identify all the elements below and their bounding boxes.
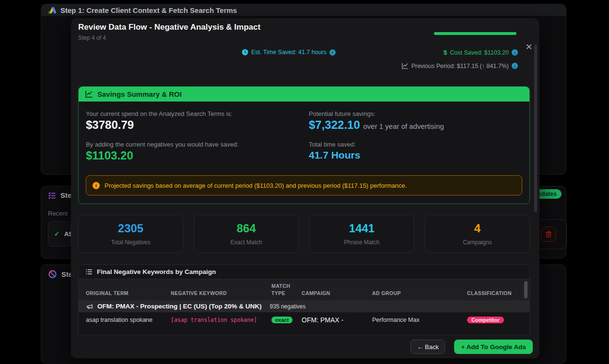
warning-info-icon: i xyxy=(93,182,100,189)
app-background: Step 1: Create Client Context & Fetch Se… xyxy=(0,0,609,364)
stat-label: Exact Match xyxy=(230,239,262,246)
stat-card-campaigns: 4 Campaigns xyxy=(425,215,530,253)
circle-slash-icon xyxy=(48,270,57,279)
campaign-group-name: OFM: PMAX - Prospecting | EC (US) (Top 2… xyxy=(97,303,262,310)
projection-warning: i Projected savings based on average of … xyxy=(86,175,522,195)
time-saved-text: Est. Time Saved: 41.7 hours xyxy=(251,49,327,56)
clock-icon xyxy=(242,49,248,56)
check-icon: ✓ xyxy=(54,230,59,238)
column-header: AD GROUP xyxy=(372,290,467,297)
campaign-group-count: 935 negatives xyxy=(270,303,306,310)
modal-step-indicator: Step 4 of 4 xyxy=(78,34,106,41)
campaign-cell: OFM: PMAX - xyxy=(302,316,372,324)
chart-line-icon xyxy=(401,62,409,69)
column-header: CLASSIFICATION xyxy=(467,290,529,297)
stat-label: Phrase Match xyxy=(344,239,379,246)
negative-keywords-table: Final Negative Keywords by Campaign ORIG… xyxy=(78,264,530,335)
table-row[interactable]: asap translation spokane [asap translati… xyxy=(79,312,529,327)
info-icon[interactable]: i xyxy=(512,49,518,56)
table-header-row: ORIGINAL TERM NEGATIVE KEYWORD MATCH TYP… xyxy=(79,279,529,300)
classification-cell: Competitor xyxy=(467,317,529,323)
stat-value: 864 xyxy=(236,222,256,235)
step1-panel-header: Step 1: Create Client Context & Fetch Se… xyxy=(41,4,566,16)
chart-line-icon xyxy=(85,90,93,98)
close-icon[interactable]: ✕ xyxy=(524,42,534,52)
info-icon[interactable]: i xyxy=(329,49,336,56)
stat-card-total-negatives: 2305 Total Negatives xyxy=(78,215,183,253)
stat-card-phrase-match: 1441 Phrase Match xyxy=(309,215,414,253)
match-type-badge: exact xyxy=(271,317,293,323)
savings-panel-header: Savings Summary & ROI xyxy=(79,87,529,102)
original-term-cell: asap translation spokane xyxy=(86,317,171,323)
time-saved-label: Total time saved: xyxy=(309,141,356,148)
delete-button[interactable] xyxy=(541,227,556,242)
campaign-group-row: OFM: PMAX - Prospecting | EC (US) (Top 2… xyxy=(79,300,529,312)
stat-value: 1441 xyxy=(349,222,375,235)
list-icon xyxy=(85,268,93,275)
trash-icon xyxy=(545,231,552,238)
negatives-saved-label: By adding the current negatives you woul… xyxy=(86,141,239,148)
step2-title-fragment: Ste xyxy=(60,191,71,199)
add-to-google-ads-button[interactable]: + Add To Google Ads xyxy=(454,340,533,354)
previous-period-text: Previous Period: $117.15 (↑ 841.7%) xyxy=(411,63,509,69)
modal-scrollbar-thumb[interactable] xyxy=(534,45,537,212)
dollar-icon: $ xyxy=(444,49,447,56)
column-header: CAMPAIGN xyxy=(302,290,372,297)
future-savings-value: $7,322.10 over 1 year of advertising xyxy=(309,118,444,132)
megaphone-icon xyxy=(86,303,93,310)
cost-saved-text: Cost Saved: $1103.20 xyxy=(450,49,509,56)
cost-saved-stat: $ Cost Saved: $1103.20 i xyxy=(444,49,518,56)
future-savings-amount: $7,322.10 xyxy=(309,118,360,131)
future-savings-suffix: over 1 year of advertising xyxy=(363,122,444,130)
review-data-flow-modal: Review Data Flow - Negative Analysis & I… xyxy=(71,18,539,358)
modal-title: Review Data Flow - Negative Analysis & I… xyxy=(78,23,260,32)
column-header: MATCH TYPE xyxy=(271,283,302,297)
classification-badge: Competitor xyxy=(467,317,504,323)
negatives-saved-value: $1103.20 xyxy=(86,149,133,162)
current-spend-label: Your current spend on the Analyzed Searc… xyxy=(86,110,233,117)
modal-footer: ← Back + Add To Google Ads xyxy=(71,335,539,358)
stat-label: Total Negatives xyxy=(111,239,150,246)
time-saved-value: 41.7 Hours xyxy=(309,149,360,161)
table-scrollbar-thumb[interactable] xyxy=(524,281,527,298)
google-ads-icon xyxy=(48,7,56,14)
step1-title: Step 1: Create Client Context & Fetch Se… xyxy=(60,6,237,14)
stat-label: Campaigns xyxy=(463,239,492,246)
column-header: NEGATIVE KEYWORD xyxy=(171,290,271,297)
future-savings-label: Potential future savings: xyxy=(309,110,375,117)
stat-value: 2305 xyxy=(118,222,143,235)
table-title: Final Negative Keywords by Campaign xyxy=(97,268,216,275)
previous-period-stat: Previous Period: $117.15 (↑ 841.7%) i xyxy=(401,62,518,69)
back-button[interactable]: ← Back xyxy=(410,340,445,354)
recent-label-fragment: Recent xyxy=(48,210,68,217)
time-saved-stat: Est. Time Saved: 41.7 hours i xyxy=(242,49,336,56)
savings-panel-title: Savings Summary & ROI xyxy=(97,90,182,98)
progress-bar xyxy=(434,32,516,35)
projection-warning-text: Projected savings based on average of cu… xyxy=(105,182,407,189)
current-spend-value: $3780.79 xyxy=(86,118,134,132)
stat-cards-row: 2305 Total Negatives 864 Exact Match 144… xyxy=(78,215,530,253)
match-type-cell: exact xyxy=(271,317,302,323)
info-icon[interactable]: i xyxy=(512,63,518,69)
ad-group-cell: Performance Max xyxy=(372,317,467,323)
stat-card-exact-match: 864 Exact Match xyxy=(194,215,299,253)
column-header: ORIGINAL TERM xyxy=(86,290,171,297)
negative-keyword-cell: [asap translation spokane] xyxy=(171,317,271,323)
checklist-icon xyxy=(48,191,56,199)
stat-value: 4 xyxy=(474,222,480,235)
recent-item[interactable]: ✓ AS xyxy=(48,221,71,247)
savings-summary-panel: Savings Summary & ROI Your current spend… xyxy=(78,86,530,204)
table-title-row: Final Negative Keywords by Campaign xyxy=(79,265,529,279)
